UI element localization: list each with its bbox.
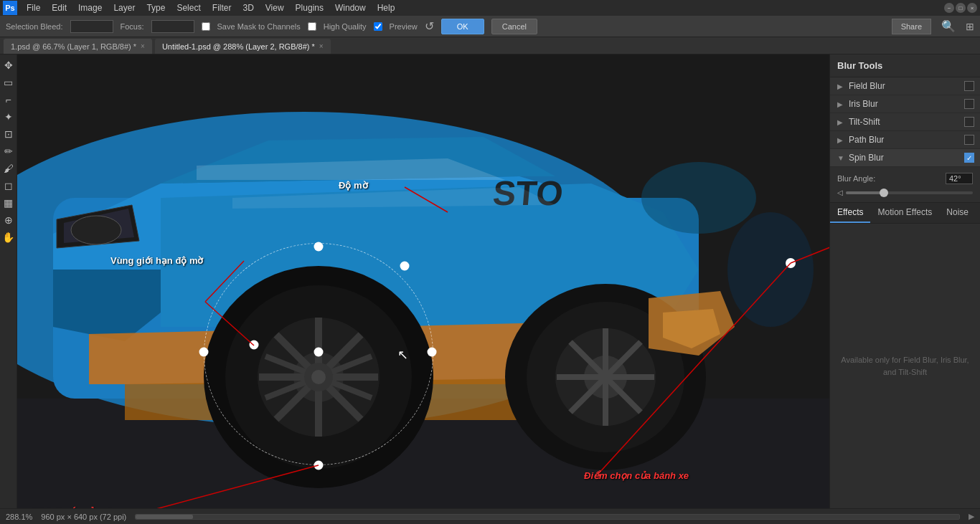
spin-blur-row[interactable]: ▼ Spin Blur ✓ [830, 149, 980, 167]
spin-blur-settings: Blur Angle: ◁ [830, 167, 980, 203]
blur-angle-slider[interactable] [846, 191, 973, 194]
effects-note: Available only for Field Blur, Iris Blur… [836, 354, 974, 378]
menu-edit[interactable]: Edit [47, 1, 72, 14]
spin-blur-chevron: ▼ [837, 154, 844, 162]
selection-bleed-input[interactable] [70, 20, 113, 33]
blur-angle-input[interactable] [946, 173, 973, 184]
lasso-tool[interactable]: ⌐ [1, 92, 17, 108]
blur-control-left[interactable] [199, 348, 209, 357]
blur-control-bottom[interactable] [314, 461, 324, 470]
brush-tool[interactable]: 🖌 [1, 161, 17, 176]
menu-file[interactable]: File [22, 1, 45, 14]
gradient-tool[interactable]: ▦ [1, 195, 17, 211]
menu-3d[interactable]: 3D [237, 1, 258, 14]
blur-control-right[interactable] [428, 348, 437, 357]
tilt-shift-checkbox[interactable] [964, 117, 974, 127]
horizontal-scrollbar[interactable] [135, 514, 960, 520]
save-mask-checkbox[interactable] [202, 22, 210, 31]
blur-tools-header: Blur Tools [830, 54, 980, 77]
menu-plugins[interactable]: Plugins [291, 1, 329, 14]
share-button[interactable]: Share [892, 19, 931, 34]
menu-filter[interactable]: Filter [207, 1, 237, 14]
svg-point-27 [727, 212, 814, 327]
blur-angle-icon: ◁ [837, 189, 843, 196]
field-blur-chevron: ▶ [837, 82, 844, 90]
blur-slider-row: ◁ [837, 189, 973, 196]
status-bar: 288.1% 960 px × 640 px (72 ppi) ▶ [0, 508, 980, 524]
selection-bleed-label: Selection Bleed: [6, 22, 63, 31]
iris-blur-row[interactable]: ▶ Iris Blur [830, 95, 980, 113]
spin-blur-label: Spin Blur [849, 153, 964, 163]
search-icon[interactable]: 🔍 [941, 19, 956, 33]
tab-1-label: 1.psd @ 66.7% (Layer 1, RGB/8#) * [11, 42, 136, 51]
magic-wand-tool[interactable]: ✦ [1, 109, 17, 125]
marquee-tool[interactable]: ▭ [1, 75, 17, 90]
blur-control-top[interactable] [314, 242, 324, 252]
focus-label: Focus: [121, 22, 144, 31]
high-quality-checkbox[interactable] [308, 22, 316, 31]
spin-blur-checkbox[interactable]: ✓ [964, 153, 974, 163]
app-icon: Ps [3, 1, 17, 15]
preview-checkbox[interactable] [374, 22, 382, 31]
scrollbar-thumb[interactable] [136, 515, 193, 519]
zoom-tool[interactable]: ⊕ [1, 212, 17, 228]
field-blur-row[interactable]: ▶ Field Blur [830, 77, 980, 95]
canvas-area[interactable]: STO Độ mờ [17, 54, 829, 508]
move-tool[interactable]: ✥ [1, 57, 17, 73]
scroll-right-arrow[interactable]: ▶ [969, 512, 974, 521]
field-blur-checkbox[interactable] [964, 81, 974, 91]
blur-angle-row: Blur Angle: [837, 173, 973, 184]
reset-button[interactable]: ↺ [425, 19, 434, 33]
hand-tool[interactable]: ✋ [1, 229, 17, 245]
menu-help[interactable]: Help [372, 1, 400, 14]
iris-blur-checkbox[interactable] [964, 99, 974, 109]
tilt-shift-row[interactable]: ▶ Tilt-Shift [830, 113, 980, 131]
menu-window[interactable]: Window [330, 1, 371, 14]
close-button[interactable]: × [967, 3, 977, 13]
svg-point-24 [71, 216, 121, 244]
menu-bar: Ps File Edit Image Layer Type Select Fil… [0, 0, 980, 16]
tab-2[interactable]: Untitled-1.psd @ 288% (Layer 2, RGB/8#) … [154, 38, 331, 54]
menu-view[interactable]: View [260, 1, 289, 14]
outer-control-dot[interactable] [786, 258, 796, 268]
eraser-tool[interactable]: ◻ [1, 178, 17, 194]
car-image: STO [17, 54, 829, 508]
maximize-button[interactable]: □ [956, 3, 966, 13]
iris-blur-label: Iris Blur [849, 99, 964, 109]
path-blur-checkbox[interactable] [964, 135, 974, 145]
menu-type[interactable]: Type [141, 1, 170, 14]
layout-icon[interactable]: ⊞ [966, 21, 974, 32]
tilt-shift-label: Tilt-Shift [849, 117, 964, 127]
field-blur-label: Field Blur [849, 81, 964, 91]
menu-image[interactable]: Image [73, 1, 107, 14]
menu-layer[interactable]: Layer [108, 1, 140, 14]
crop-tool[interactable]: ⊡ [1, 126, 17, 142]
effects-content: Available only for Field Blur, Iris Blur… [830, 224, 980, 508]
window-controls: − □ × [944, 3, 977, 13]
focus-input[interactable] [151, 20, 194, 33]
high-quality-label: High Quality [324, 22, 367, 31]
right-panel: Blur Tools ▶ Field Blur ▶ Iris Blur ▶ Ti… [829, 54, 980, 508]
minimize-button[interactable]: − [944, 3, 954, 13]
tab-1[interactable]: 1.psd @ 66.7% (Layer 1, RGB/8#) * × [3, 38, 153, 54]
tab-1-close[interactable]: × [141, 42, 145, 50]
blur-control-left2[interactable] [250, 340, 259, 350]
blur-angle-label: Blur Angle: [837, 174, 941, 183]
blur-center-dot[interactable] [314, 348, 324, 357]
ok-button[interactable]: OK [441, 19, 484, 34]
effects-tab[interactable]: Effects [830, 203, 870, 223]
effects-tabs: Effects Motion Effects Noise [830, 203, 980, 224]
save-mask-label: Save Mask to Channels [217, 22, 301, 31]
path-blur-row[interactable]: ▶ Path Blur [830, 131, 980, 149]
tab-2-close[interactable]: × [319, 42, 324, 50]
eyedropper-tool[interactable]: ✏ [1, 143, 17, 159]
tabs-bar: 1.psd @ 66.7% (Layer 1, RGB/8#) * × Unti… [0, 37, 980, 54]
motion-effects-tab[interactable]: Motion Effects [870, 203, 939, 223]
cancel-button[interactable]: Cancel [491, 19, 537, 34]
zoom-level: 288.1% [6, 513, 32, 521]
tilt-shift-chevron: ▶ [837, 118, 844, 126]
blur-control-top-right[interactable] [400, 262, 410, 271]
dimensions: 960 px × 640 px (72 ppi) [41, 513, 126, 521]
noise-tab[interactable]: Noise [939, 203, 976, 223]
menu-select[interactable]: Select [171, 1, 205, 14]
